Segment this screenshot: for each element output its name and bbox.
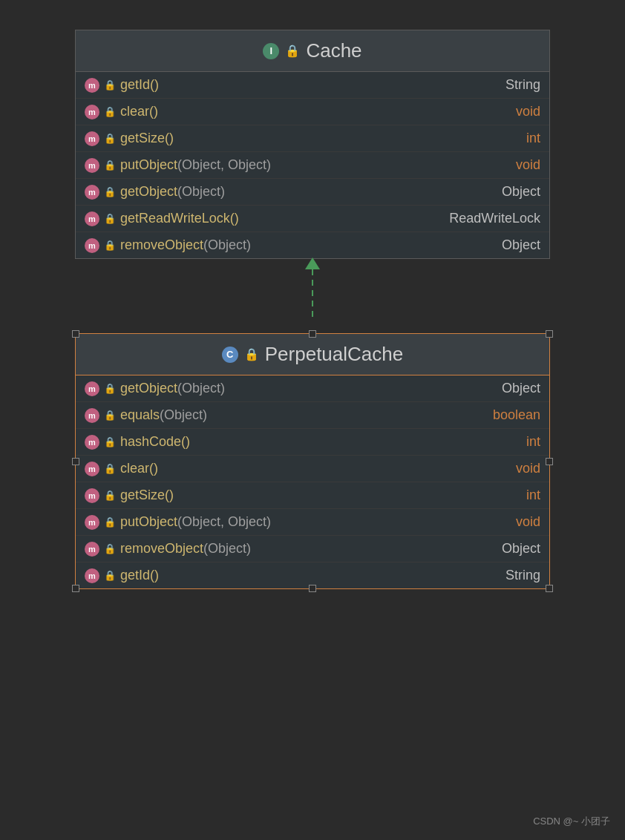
method-name: removeObject(Object) <box>120 541 497 557</box>
return-type: int <box>526 434 540 450</box>
method-lock-icon: 🔒 <box>104 133 116 144</box>
table-row: m 🔒 getId() String <box>76 72 549 99</box>
method-badge: m <box>85 515 99 530</box>
cache-header: I 🔒 Cache <box>76 30 549 72</box>
table-row: m 🔒 getObject(Object) Object <box>76 179 549 206</box>
method-badge: m <box>85 78 99 93</box>
table-row: m 🔒 getReadWriteLock() ReadWriteLock <box>76 206 549 232</box>
return-type: void <box>516 461 540 476</box>
cache-class-title: Cache <box>306 39 361 62</box>
method-badge: m <box>85 185 99 200</box>
method-name: clear() <box>120 104 511 119</box>
method-name: hashCode() <box>120 434 522 450</box>
perpetualcache-class-box: C 🔒 PerpetualCache m 🔒 getObject(Object)… <box>75 333 550 589</box>
return-type: void <box>516 104 540 119</box>
cache-class-box: I 🔒 Cache m 🔒 getId() String m 🔒 clear()… <box>75 30 550 259</box>
method-badge: m <box>85 435 99 450</box>
method-badge: m <box>85 488 99 503</box>
handle-ml <box>72 458 79 465</box>
method-lock-icon: 🔒 <box>104 570 116 581</box>
method-badge: m <box>85 158 99 173</box>
table-row: m 🔒 clear() void <box>76 456 549 482</box>
method-badge: m <box>85 542 99 557</box>
method-lock-icon: 🔒 <box>104 543 116 554</box>
method-lock-icon: 🔒 <box>104 410 116 421</box>
dashed-line <box>312 259 313 318</box>
main-container: I 🔒 Cache m 🔒 getId() String m 🔒 clear()… <box>0 0 625 840</box>
method-lock-icon: 🔒 <box>104 516 116 528</box>
cache-methods: m 🔒 getId() String m 🔒 clear() void m 🔒 … <box>76 72 549 258</box>
method-badge: m <box>85 408 99 423</box>
table-row: m 🔒 putObject(Object, Object) void <box>76 152 549 179</box>
table-row: m 🔒 getSize() int <box>76 125 549 152</box>
arrow-head <box>305 257 320 269</box>
method-lock-icon: 🔒 <box>104 160 116 171</box>
method-badge: m <box>85 381 99 396</box>
table-row: m 🔒 hashCode() int <box>76 429 549 456</box>
method-badge: m <box>85 131 99 146</box>
method-name: getId() <box>120 568 501 583</box>
table-row: m 🔒 clear() void <box>76 99 549 125</box>
return-type: void <box>516 514 540 530</box>
lock-icon-perpetualcache: 🔒 <box>244 347 259 361</box>
method-lock-icon: 🔒 <box>104 463 116 474</box>
return-type: Object <box>502 237 540 253</box>
method-lock-icon: 🔒 <box>104 213 116 224</box>
handle-bl <box>72 585 79 592</box>
method-name: equals(Object) <box>120 407 488 423</box>
method-badge: m <box>85 105 99 119</box>
method-lock-icon: 🔒 <box>104 490 116 501</box>
watermark: CSDN @~ 小团子 <box>533 815 610 828</box>
method-name: getSize() <box>120 488 522 503</box>
handle-tl <box>72 330 79 338</box>
handle-tr <box>546 330 553 338</box>
return-type: String <box>505 568 540 583</box>
method-lock-icon: 🔒 <box>104 186 116 197</box>
return-type: int <box>526 488 540 503</box>
method-name: clear() <box>120 461 511 476</box>
return-type: String <box>505 77 540 93</box>
method-badge: m <box>85 238 99 253</box>
connector-area <box>75 259 550 333</box>
method-name: getReadWriteLock() <box>120 211 445 226</box>
method-lock-icon: 🔒 <box>104 240 116 251</box>
handle-bm <box>309 585 316 592</box>
method-name: putObject(Object, Object) <box>120 157 511 173</box>
return-type: void <box>516 157 540 173</box>
table-row: m 🔒 getSize() int <box>76 482 549 509</box>
method-name: getObject(Object) <box>120 184 497 200</box>
perpetualcache-header: C 🔒 PerpetualCache <box>76 334 549 375</box>
method-lock-icon: 🔒 <box>104 383 116 394</box>
return-type: int <box>526 131 540 146</box>
method-lock-icon: 🔒 <box>104 106 116 117</box>
perpetualcache-class-title: PerpetualCache <box>265 343 403 366</box>
table-row: m 🔒 equals(Object) boolean <box>76 402 549 429</box>
table-row: m 🔒 removeObject(Object) Object <box>76 536 549 562</box>
method-name: putObject(Object, Object) <box>120 514 511 530</box>
table-row: m 🔒 removeObject(Object) Object <box>76 232 549 258</box>
table-row: m 🔒 putObject(Object, Object) void <box>76 509 549 536</box>
method-name: getSize() <box>120 131 522 146</box>
method-badge: m <box>85 568 99 583</box>
handle-tm <box>309 330 316 338</box>
interface-badge: I <box>263 43 279 59</box>
handle-br <box>546 585 553 592</box>
method-badge: m <box>85 211 99 226</box>
class-badge: C <box>222 347 238 363</box>
return-type: Object <box>502 184 540 200</box>
return-type: Object <box>502 541 540 557</box>
method-name: removeObject(Object) <box>120 237 497 253</box>
method-name: getId() <box>120 77 501 93</box>
handle-mr <box>546 458 553 465</box>
method-lock-icon: 🔒 <box>104 79 116 91</box>
lock-icon-cache: 🔒 <box>285 44 300 58</box>
table-row: m 🔒 getObject(Object) Object <box>76 375 549 402</box>
method-badge: m <box>85 462 99 476</box>
method-name: getObject(Object) <box>120 381 497 396</box>
return-type: boolean <box>493 407 540 423</box>
return-type: ReadWriteLock <box>449 211 540 226</box>
return-type: Object <box>502 381 540 396</box>
perpetualcache-methods: m 🔒 getObject(Object) Object m 🔒 equals(… <box>76 375 549 588</box>
method-lock-icon: 🔒 <box>104 436 116 447</box>
